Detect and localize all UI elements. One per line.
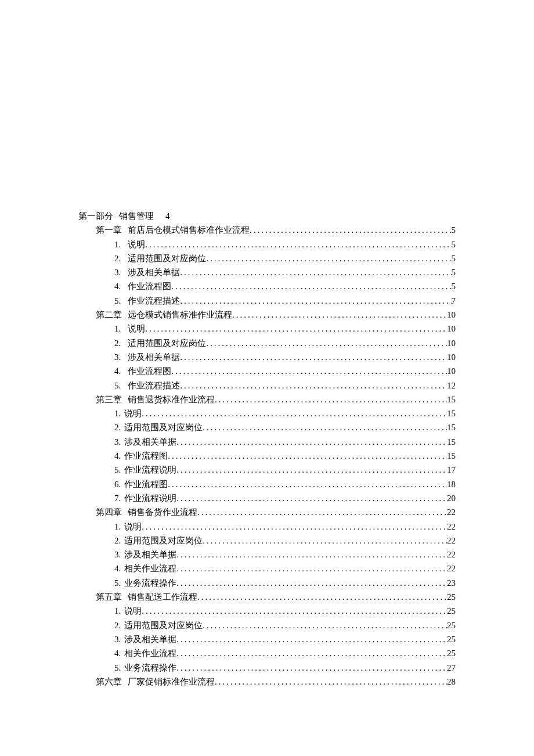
toc-leader — [171, 364, 447, 378]
toc-page: 15 — [447, 393, 456, 406]
toc-leader — [180, 350, 447, 364]
toc-leader — [176, 632, 447, 646]
toc-item: 1.说明22 — [78, 520, 456, 534]
toc-num: 1. — [114, 604, 121, 618]
toc-title: 说明 — [124, 520, 142, 534]
part-header: 第一部分销售管理4 — [78, 209, 456, 223]
toc-item: 2.适用范围及对应岗位22 — [78, 534, 456, 548]
toc-leader — [180, 265, 451, 279]
toc-item: 5.业务流程操作23 — [78, 576, 456, 590]
toc-page: 25 — [447, 632, 456, 646]
toc-num: 2. — [114, 420, 121, 434]
toc-page: 23 — [447, 576, 456, 590]
toc-title: 适用范围及对应岗位 — [124, 618, 203, 632]
toc-num: 第五章 — [96, 590, 122, 604]
toc-page: 5 — [452, 223, 456, 237]
part-title: 销售管理 — [119, 211, 154, 221]
toc-item: 7.作业流程说明20 — [78, 491, 456, 505]
toc-title: 作业流程图 — [124, 477, 168, 491]
toc-num: 第三章 — [96, 393, 122, 406]
toc-page: 25 — [447, 604, 456, 618]
toc-title: 销售配送工作流程 — [128, 590, 197, 604]
toc-num: 4. — [114, 561, 121, 575]
toc-body: 第一章前店后仓模式销售标准作业流程51.说明52.适用范围及对应岗位53.涉及相… — [78, 223, 456, 689]
toc-num: 5. — [114, 294, 121, 308]
toc-page: 18 — [447, 477, 456, 491]
toc-item: 3.涉及相关单据10 — [78, 350, 456, 364]
toc-leader — [145, 237, 451, 251]
toc-leader — [203, 618, 447, 632]
toc-page: 10 — [447, 308, 456, 322]
toc-item: 4.相关作业流程25 — [78, 646, 456, 660]
toc-leader — [176, 548, 447, 561]
toc-leader — [142, 520, 447, 534]
toc-leader — [145, 322, 447, 336]
toc-chapter: 第四章销售备货作业流程22 — [78, 505, 456, 519]
toc-title: 销售退货标准作业流程 — [128, 393, 215, 406]
toc-leader — [206, 251, 451, 265]
toc-page: 12 — [447, 379, 456, 393]
toc-title: 前店后仓模式销售标准作业流程 — [128, 223, 250, 237]
toc-leader — [215, 675, 447, 689]
toc-item: 6.作业流程图18 — [78, 477, 456, 491]
toc-item: 5.业务流程操作27 — [78, 661, 456, 675]
toc-title: 销售备货作业流程 — [128, 505, 197, 519]
toc-leader — [176, 646, 447, 660]
toc-leader — [176, 491, 447, 505]
toc-item: 5.作业流程描述12 — [78, 379, 456, 393]
toc-leader — [176, 435, 447, 449]
toc-leader — [180, 379, 447, 393]
toc-leader — [215, 393, 447, 406]
toc-chapter: 第二章远仓模式销售标准作业流程10 — [78, 308, 456, 322]
toc-leader — [142, 406, 447, 420]
toc-item: 2.适用范围及对应岗位5 — [78, 251, 456, 265]
toc-leader — [176, 576, 447, 590]
toc-leader — [176, 561, 447, 575]
toc-item: 3.涉及相关单据25 — [78, 632, 456, 646]
toc-num: 5. — [114, 576, 121, 590]
toc-page: 10 — [447, 322, 456, 336]
toc-page: 25 — [447, 618, 456, 632]
toc-container: 第一部分销售管理4 第一章前店后仓模式销售标准作业流程51.说明52.适用范围及… — [78, 209, 456, 689]
toc-title: 作业流程说明 — [124, 463, 176, 477]
toc-item: 4.作业流程图15 — [78, 449, 456, 463]
toc-num: 1. — [114, 322, 121, 336]
toc-num: 2. — [114, 618, 121, 632]
toc-page: 10 — [447, 364, 456, 378]
toc-item: 2.适用范围及对应岗位15 — [78, 420, 456, 434]
toc-num: 6. — [114, 477, 121, 491]
toc-item: 3.涉及相关单据5 — [78, 265, 456, 279]
toc-num: 3. — [114, 350, 121, 364]
toc-num: 1. — [114, 237, 121, 251]
part-label: 第一部分 — [78, 211, 113, 221]
toc-title: 厂家促销标准作业流程 — [128, 675, 215, 689]
toc-item: 4.相关作业流程22 — [78, 561, 456, 575]
toc-item: 4.作业流程图10 — [78, 364, 456, 378]
toc-leader — [142, 604, 447, 618]
toc-title: 适用范围及对应岗位 — [128, 251, 206, 265]
toc-title: 涉及相关单据 — [124, 435, 176, 449]
toc-item: 1.说明5 — [78, 237, 456, 251]
toc-title: 作业流程描述 — [128, 294, 180, 308]
toc-num: 3. — [114, 435, 121, 449]
part-page: 4 — [165, 211, 170, 221]
toc-num: 4. — [114, 364, 121, 378]
toc-title: 业务流程操作 — [124, 661, 176, 675]
toc-leader — [180, 294, 451, 308]
toc-page: 27 — [447, 661, 456, 675]
toc-leader — [203, 420, 447, 434]
toc-title: 说明 — [128, 237, 145, 251]
toc-num: 4. — [114, 449, 121, 463]
toc-title: 说明 — [124, 406, 142, 420]
toc-title: 说明 — [124, 604, 142, 618]
toc-page: 22 — [447, 534, 456, 548]
toc-item: 1.说明25 — [78, 604, 456, 618]
toc-leader — [232, 308, 447, 322]
toc-title: 作业流程描述 — [128, 379, 180, 393]
toc-page: 5 — [452, 265, 456, 279]
toc-item: 1.说明10 — [78, 322, 456, 336]
toc-leader — [203, 534, 447, 548]
toc-page: 28 — [447, 675, 456, 689]
toc-title: 业务流程操作 — [124, 576, 176, 590]
toc-num: 1. — [114, 520, 121, 534]
